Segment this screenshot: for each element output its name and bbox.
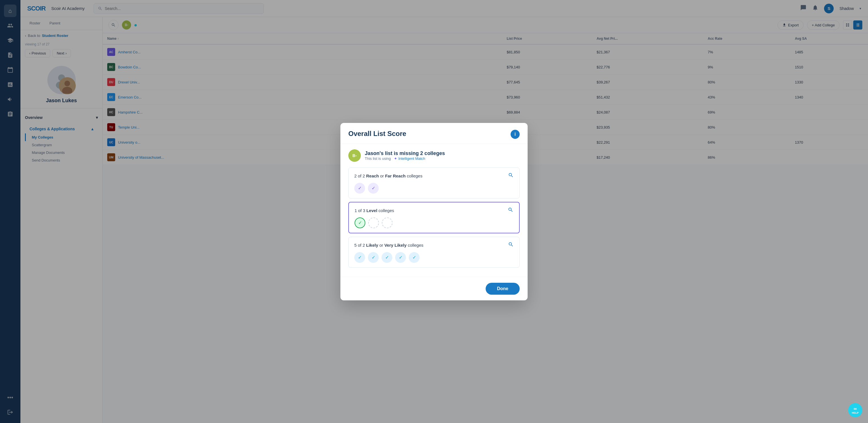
modal-student-message: Jason's list is missing 2 colleges (365, 150, 445, 157)
info-icon[interactable]: i (510, 130, 520, 139)
modal-footer: Done (340, 277, 528, 300)
level-circle-3 (382, 218, 393, 228)
likely-circle-5: ✓ (409, 252, 420, 263)
done-button[interactable]: Done (486, 283, 520, 295)
likely-circle-3: ✓ (381, 252, 392, 263)
modal-student-info: Jason's list is missing 2 colleges This … (365, 150, 445, 161)
level-circle-2 (368, 218, 379, 228)
reach-search-icon[interactable] (508, 172, 514, 179)
reach-circle-2: ✓ (368, 183, 379, 194)
reach-circles: ✓ ✓ (354, 183, 514, 194)
level-section: 1 of 3 Level colleges ✓ (348, 202, 520, 233)
level-section-header: 1 of 3 Level colleges (354, 207, 514, 214)
level-title: 1 of 3 Level colleges (354, 208, 394, 213)
help-button[interactable]: ∞ HELP (848, 403, 862, 417)
reach-circle-1: ✓ (354, 183, 365, 194)
modal-header: Overall List Score i (340, 123, 528, 144)
likely-circle-1: ✓ (354, 252, 365, 263)
level-circle-1: ✓ (354, 218, 365, 228)
level-search-icon[interactable] (508, 207, 514, 214)
likely-section-header: 5 of 2 Likely or Very Likely colleges (354, 242, 514, 249)
reach-section: 2 of 2 Reach or Far Reach colleges ✓ ✓ (348, 168, 520, 198)
likely-circle-2: ✓ (368, 252, 379, 263)
reach-section-header: 2 of 2 Reach or Far Reach colleges (354, 172, 514, 179)
reach-title: 2 of 2 Reach or Far Reach colleges (354, 173, 422, 178)
likely-search-icon[interactable] (508, 242, 514, 249)
modal: Overall List Score i B- Jason's list is … (340, 123, 528, 300)
modal-student-row: B- Jason's list is missing 2 colleges Th… (348, 149, 520, 162)
modal-body: B- Jason's list is missing 2 colleges Th… (340, 144, 528, 277)
modal-overlay[interactable]: Overall List Score i B- Jason's list is … (0, 0, 868, 423)
likely-circles: ✓ ✓ ✓ ✓ ✓ (354, 252, 514, 263)
likely-circle-4: ✓ (395, 252, 406, 263)
modal-intelligent-match: This list is using ✦ Intelligent Match (365, 157, 445, 161)
modal-title: Overall List Score (348, 130, 406, 138)
likely-title: 5 of 2 Likely or Very Likely colleges (354, 243, 424, 248)
modal-score-badge: B- (348, 149, 361, 162)
intelligent-match-link[interactable]: Intelligent Match (398, 157, 425, 161)
intelligent-match-icon: ✦ (394, 157, 397, 161)
level-circles: ✓ (354, 218, 514, 228)
intelligent-match-prefix: This list is using (365, 157, 391, 161)
likely-section: 5 of 2 Likely or Very Likely colleges ✓ … (348, 237, 520, 268)
